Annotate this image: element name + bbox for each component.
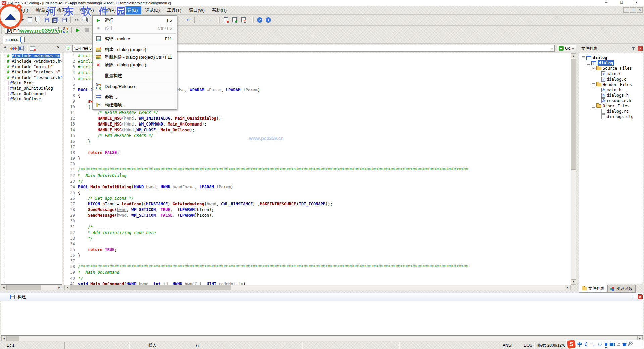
keyboard-icon[interactable] <box>609 343 615 346</box>
build-output-content[interactable] <box>1 301 643 336</box>
sort-alpha-button[interactable]: AZ↓ <box>2 45 9 52</box>
menu-item[interactable]: 参数... <box>93 93 177 101</box>
tree-item[interactable]: −Header Files <box>579 82 643 87</box>
menu-item[interactable]: 构建(B) <box>119 6 141 14</box>
fullwidth-moon-icon[interactable]: ☾ <box>584 341 589 348</box>
menu-item[interactable]: 搜索(S) <box>54 6 75 14</box>
outline-item[interactable]: ##include "dialogs.h" <box>1 69 62 75</box>
about-button[interactable]: i <box>264 16 272 24</box>
outline-view-button[interactable] <box>17 45 25 52</box>
tree-item[interactable]: hresource.h <box>579 98 643 103</box>
account-icon[interactable] <box>617 343 620 346</box>
close-file-panel-button[interactable]: ✕ <box>638 46 643 51</box>
toolbar-gripper[interactable] <box>218 17 220 23</box>
close-all-button[interactable] <box>34 16 42 24</box>
tab-main-c[interactable]: main.c <box>3 36 22 44</box>
menu-item[interactable]: ■停止Ctrl+F5 <box>93 24 177 32</box>
editor-horizontal-scrollbar[interactable]: ◀ ▶ <box>64 285 571 290</box>
save-button[interactable] <box>43 16 51 24</box>
menu-item[interactable]: ▶运行F5 <box>93 16 177 24</box>
show-members-button[interactable] <box>10 45 17 52</box>
tree-item[interactable]: −dialog <box>579 60 643 66</box>
emoji-icon[interactable]: ☺ <box>597 341 603 347</box>
scroll-thumb[interactable] <box>7 336 19 341</box>
tree-item[interactable]: hmain.h <box>579 87 643 93</box>
run-button[interactable] <box>74 27 82 34</box>
menu-item[interactable]: DRDebug/Release <box>93 83 177 90</box>
navigate-back-button[interactable]: ← <box>197 16 205 24</box>
tree-item[interactable]: hdialogs.h <box>579 93 643 98</box>
scroll-left-arrow[interactable]: ◀ <box>1 336 7 341</box>
build-config-combo[interactable]: [D] mingw5 ▼ <box>5 27 59 34</box>
open-file-button[interactable] <box>13 16 21 24</box>
editor-vertical-scrollbar[interactable]: ▲ ▼ <box>571 53 576 285</box>
menu-item[interactable]: 编译 - main.cF11 <box>93 35 177 43</box>
scroll-left-arrow[interactable]: ◀ <box>65 285 70 290</box>
outline-item[interactable]: fMain_OnCommand <box>1 91 62 96</box>
tab-file-list[interactable]: 文件列表 <box>579 284 607 293</box>
menu-item[interactable]: 窗口(W) <box>185 6 208 14</box>
outline-item[interactable]: ##include "main.h" <box>1 64 62 69</box>
cut-button[interactable]: ✂ <box>73 16 81 24</box>
expand-toggle[interactable]: − <box>592 83 595 86</box>
menu-item[interactable]: 构建选项... <box>93 101 177 109</box>
outline-item[interactable]: fMain_OnInitDialog <box>1 86 62 91</box>
chinese-mode-toggle[interactable]: 中 <box>577 341 582 348</box>
menu-item[interactable]: 工具(T) <box>163 6 185 14</box>
close-build-panel-button[interactable]: ✕ <box>638 294 643 299</box>
scroll-down-arrow[interactable]: ▼ <box>571 279 576 284</box>
debug-release-button[interactable]: DR <box>61 27 69 34</box>
scroll-thumb[interactable] <box>6 285 41 290</box>
settings-wrench-icon[interactable] <box>628 342 631 346</box>
pin-icon[interactable] <box>631 295 635 299</box>
chevron-down-icon[interactable]: ˅ <box>551 46 553 52</box>
minimize-button[interactable]: ─ <box>599 0 614 6</box>
scroll-thumb[interactable] <box>571 59 576 170</box>
mdi-close-button[interactable]: ✕ <box>637 7 643 13</box>
menu-item[interactable]: 工程(P) <box>98 6 119 14</box>
expand-toggle[interactable]: − <box>592 67 595 70</box>
scroll-left-arrow[interactable]: ◀ <box>1 285 6 290</box>
outline-item[interactable]: ##include "resource.h" <box>1 75 62 80</box>
expand-toggle[interactable]: − <box>587 62 590 65</box>
outline-horizontal-scrollbar[interactable]: ◀ ▶ <box>1 285 62 290</box>
tree-item[interactable]: cdialog.c <box>579 77 643 82</box>
save-as-button[interactable] <box>60 16 68 24</box>
toggle-bookmark-button[interactable] <box>222 16 230 24</box>
menu-item[interactable]: 重新构建 - dialog (project)Ctrl+F11 <box>93 53 177 61</box>
go-button[interactable]: ➜ Go <box>557 45 576 52</box>
menu-item[interactable]: 帮助(H) <box>208 6 230 14</box>
close-file-button[interactable] <box>25 16 34 24</box>
copy-button[interactable] <box>82 16 90 24</box>
close-outline-panel-button[interactable]: ✕ <box>56 45 61 50</box>
pin-icon[interactable] <box>632 46 636 50</box>
scroll-up-arrow[interactable]: ▲ <box>571 53 576 58</box>
menu-item[interactable]: 构建 - dialog (project) <box>93 46 177 53</box>
clear-bookmarks-button[interactable] <box>239 16 247 24</box>
format-brush-button[interactable]: ↶ <box>184 16 192 24</box>
expand-toggle[interactable]: − <box>592 105 595 108</box>
details-view-button[interactable] <box>29 45 36 52</box>
scroll-right-arrow[interactable]: ▶ <box>565 285 570 290</box>
save-all-button[interactable] <box>52 16 60 24</box>
outline-item[interactable]: ##include <windowsx.h> <box>1 59 62 64</box>
expand-toggle[interactable]: − <box>582 56 585 59</box>
new-file-button[interactable] <box>4 16 12 24</box>
menu-item[interactable]: 查看(V) <box>75 6 97 14</box>
tree-item[interactable]: cmain.c <box>579 71 643 77</box>
notes-icon[interactable] <box>20 37 25 42</box>
menu-item[interactable]: 文件(F) <box>10 6 32 14</box>
menu-item[interactable]: 编辑(E) <box>32 6 54 14</box>
open-dropdown-button[interactable] <box>21 16 25 24</box>
stop-button[interactable] <box>83 27 91 34</box>
tree-item[interactable]: −Source Files <box>579 66 643 71</box>
help-button[interactable]: ? <box>256 16 264 24</box>
tab-classes-functions[interactable]: 类及函数 <box>607 285 636 293</box>
menu-item[interactable]: 调试(D) <box>141 6 163 14</box>
build-horizontal-scrollbar[interactable]: ◀ ▶ <box>1 336 643 341</box>
scroll-right-arrow[interactable]: ▶ <box>57 285 62 290</box>
tree-item[interactable]: −dialog <box>579 55 643 60</box>
scroll-thumb[interactable] <box>70 285 231 290</box>
outline-item[interactable]: ##include <windows.h> <box>1 53 62 59</box>
tree-item[interactable]: dialogs.dlg <box>579 114 643 119</box>
